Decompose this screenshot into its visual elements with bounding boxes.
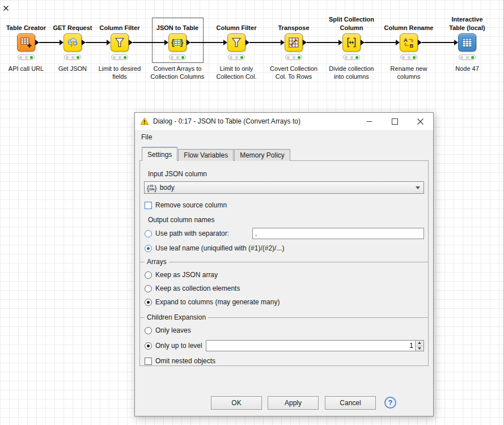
remove-source-column-label: Remove source column: [155, 201, 227, 209]
close-button[interactable]: [408, 113, 433, 130]
status-dot-green: [30, 56, 33, 59]
connection[interactable]: [418, 40, 458, 45]
warning-icon: [140, 117, 149, 125]
status-dot-red: [345, 56, 348, 59]
svg-text:{: {: [171, 38, 175, 47]
status-dot-yellow: [176, 56, 179, 59]
node-status-light: [169, 54, 186, 60]
column-rename-icon[interactable]: A B: [400, 33, 418, 52]
keep-as-collection-elements-radio[interactable]: [145, 285, 152, 292]
connection-wire: [365, 42, 396, 43]
status-dot-red: [171, 56, 173, 59]
separator-input[interactable]: [252, 228, 424, 239]
input-port-icon: [164, 40, 168, 45]
node-status-light: [228, 54, 245, 60]
status-dot-green: [240, 56, 243, 59]
connection[interactable]: [187, 40, 227, 45]
use-leaf-name-label: Use leaf name (uniquified with (#1)/(#2)…: [155, 244, 284, 252]
node-annotation: Limit to desired fields: [99, 65, 141, 81]
dialog-json-to-table: Dialog - 0:17 - JSON to Table (Convert A…: [134, 112, 434, 416]
input-json-column-label: Input JSON column: [148, 170, 428, 178]
node-status-light: [285, 54, 302, 60]
cancel-button[interactable]: Cancel: [325, 396, 376, 410]
status-dot-yellow: [235, 56, 238, 59]
arrow-down-icon: [418, 347, 421, 350]
status-dot-yellow: [408, 56, 410, 59]
transpose-icon[interactable]: [285, 33, 303, 52]
spinner-up-button[interactable]: [416, 341, 423, 346]
status-dot-yellow: [293, 56, 295, 59]
table-creator-icon[interactable]: [17, 33, 35, 52]
node-annotation: Covert Collection Col. To Rows: [267, 65, 321, 81]
connection[interactable]: [82, 40, 111, 45]
remove-source-column-checkbox[interactable]: [145, 202, 152, 209]
node-annotation: Rename new columns: [389, 65, 429, 81]
node-json-to-table[interactable]: JSON to Table { } Convert Arrays to Coll…: [146, 10, 209, 81]
node-split-collection-column[interactable]: Split Collection Column Divide collectio…: [320, 10, 383, 81]
node-transpose[interactable]: Transpose Covert Collection Col. To Rows: [262, 10, 325, 81]
ok-button[interactable]: OK: [211, 396, 262, 410]
tab-memory-policy[interactable]: Memory Policy: [234, 149, 290, 161]
menu-file[interactable]: File: [137, 131, 156, 143]
minimize-button[interactable]: [357, 113, 382, 130]
status-dot-red: [113, 56, 116, 59]
keep-as-json-array-radio[interactable]: [145, 271, 152, 279]
node-column-rename[interactable]: Column Rename A B Rename new columns: [378, 10, 440, 81]
status-dot-yellow: [466, 56, 469, 59]
connection[interactable]: [361, 40, 400, 45]
apply-button[interactable]: Apply: [268, 396, 319, 410]
spinner-down-button[interactable]: [416, 346, 423, 351]
only-leaves-radio[interactable]: [145, 327, 152, 334]
column-filter-icon[interactable]: [227, 33, 245, 52]
status-dot-green: [471, 56, 474, 59]
input-port-icon: [281, 40, 285, 45]
svg-text:A: A: [404, 37, 408, 43]
connection[interactable]: [303, 40, 342, 45]
node-title: Split Collection Column: [320, 10, 383, 32]
tab-flow-variables[interactable]: Flow Variables: [178, 149, 234, 161]
column-filter-icon[interactable]: [111, 33, 129, 52]
help-button[interactable]: ?: [384, 397, 396, 409]
connection[interactable]: [129, 40, 168, 45]
use-path-with-separator-label: Use path with separator:: [155, 230, 229, 237]
connection-wire: [39, 42, 60, 43]
expand-to-columns-row: Expand to columns (may generate many): [145, 298, 424, 306]
output-port-icon: [418, 40, 422, 45]
node-annotation: Limit to only Collection Col.: [211, 65, 261, 81]
output-port-icon: [361, 40, 365, 45]
omit-nested-objects-checkbox[interactable]: [145, 358, 152, 365]
maximize-button[interactable]: [382, 113, 408, 130]
node-column-filter-1[interactable]: Column Filter Limit to desired fields: [88, 10, 151, 81]
tab-settings[interactable]: Settings: [142, 147, 177, 161]
connection[interactable]: [35, 40, 63, 45]
status-dot-green: [413, 56, 416, 59]
get-request-icon[interactable]: [63, 33, 82, 52]
status-dot-red: [230, 56, 232, 59]
arrays-group-title: Arrays: [145, 258, 169, 266]
connection[interactable]: [245, 40, 285, 45]
dialog-titlebar[interactable]: Dialog - 0:17 - JSON to Table (Convert A…: [135, 113, 433, 130]
expand-to-columns-radio[interactable]: [145, 299, 152, 306]
arrow-up-icon: [418, 342, 421, 344]
connection-wire: [422, 42, 454, 43]
node-title: Interactive Table (local): [446, 10, 488, 32]
dialog-title: Dialog - 0:17 - JSON to Table (Convert A…: [153, 117, 300, 125]
node-annotation: Get JSON: [58, 65, 87, 73]
only-up-to-level-label: Only up to level: [155, 342, 202, 350]
keep-as-json-array-label: Keep as JSON array: [155, 271, 218, 279]
json-to-table-icon[interactable]: { }: [168, 33, 187, 52]
output-port-icon: [35, 40, 39, 45]
split-collection-icon[interactable]: [342, 33, 361, 52]
node-column-filter-2[interactable]: Column Filter Limit to only Collection C…: [205, 10, 268, 81]
use-path-with-separator-radio[interactable]: [145, 230, 152, 237]
output-port-icon: [245, 40, 249, 45]
use-leaf-name-radio[interactable]: [145, 245, 152, 252]
node-title: Transpose: [262, 10, 325, 32]
input-json-column-select[interactable]: { JSON } body: [144, 181, 424, 194]
status-dot-green: [355, 56, 358, 59]
only-up-to-level-radio[interactable]: [145, 342, 152, 350]
input-port-icon: [107, 40, 111, 45]
level-input[interactable]: [206, 341, 415, 351]
interactive-table-icon[interactable]: [458, 33, 476, 52]
output-port-icon: [129, 40, 133, 45]
